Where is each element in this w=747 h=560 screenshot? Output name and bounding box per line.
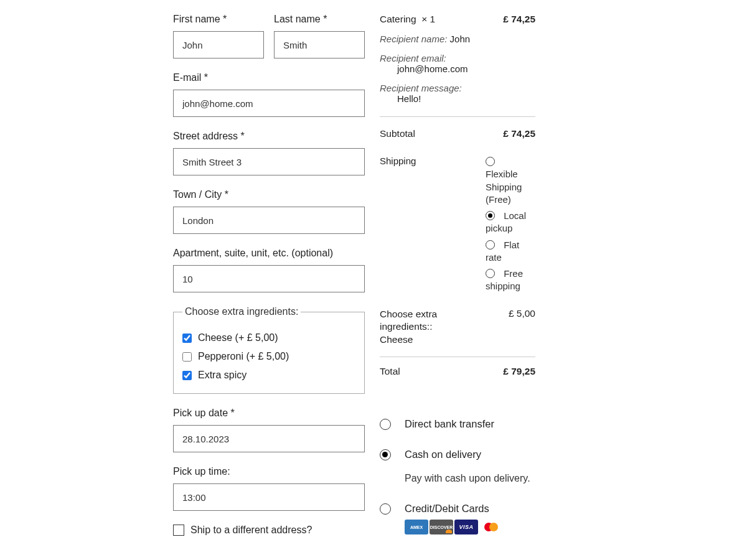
card-logos: AMEX DISCOVER VISA [405, 520, 503, 534]
shipping-label: Shipping [380, 156, 416, 166]
street-input[interactable] [173, 148, 365, 175]
visa-icon: VISA [454, 520, 478, 534]
city-input[interactable] [173, 207, 365, 234]
radio-icon[interactable] [380, 503, 391, 515]
last-name-label: Last name [274, 14, 365, 25]
amex-icon: AMEX [405, 520, 428, 534]
recipient-name-label: Recipient name: [380, 34, 447, 44]
extra-option-cheese[interactable]: Cheese (+ £ 5,00) [182, 326, 355, 345]
extra-option-pepperoni[interactable]: Pepperoni (+ £ 5,00) [182, 345, 355, 363]
shipping-option[interactable]: Flexible Shipping (Free) [486, 156, 535, 206]
radio-icon[interactable] [486, 157, 495, 166]
mastercard-icon [479, 520, 503, 534]
extras-fieldset: Choose extra ingredients: Cheese (+ £ 5,… [173, 306, 365, 394]
street-label: Street address [173, 131, 365, 142]
radio-icon[interactable] [486, 211, 495, 220]
extras-summary-price: £ 5,00 [509, 308, 535, 319]
recipient-name-value: John [450, 34, 471, 44]
extra-option-spicy[interactable]: Extra spicy [182, 363, 355, 382]
extras-legend: Choose extra ingredients: [182, 306, 301, 317]
extras-summary-label: Choose extra ingredients:: Cheese [380, 308, 467, 347]
recipient-msg-label: Recipient message: [380, 83, 535, 93]
shipping-option[interactable]: Local pickup [486, 210, 535, 235]
payment-option-bank[interactable]: Direct bank transfer [380, 418, 535, 430]
shipping-option[interactable]: Free shipping [486, 268, 535, 293]
first-name-label: First name [173, 14, 264, 25]
recipient-email-label: Recipient email: [380, 53, 535, 63]
payment-option-card[interactable]: Credit/Debit Cards AMEX DISCOVER VISA [380, 503, 535, 534]
first-name-input[interactable] [173, 31, 264, 58]
shipping-option[interactable]: Flat rate [486, 239, 535, 264]
checkbox-icon[interactable] [173, 525, 184, 536]
summary-item-price: £ 74,25 [503, 14, 535, 25]
radio-icon[interactable] [380, 419, 391, 430]
apt-input[interactable] [173, 265, 365, 292]
extra-checkbox[interactable] [182, 352, 192, 362]
apt-label: Apartment, suite, unit, etc. (optional) [173, 248, 365, 259]
extra-checkbox[interactable] [182, 334, 192, 343]
order-summary: Catering × 1 £ 74,25 Recipient name: Joh… [380, 14, 535, 536]
radio-icon[interactable] [486, 240, 495, 250]
pickup-date-input[interactable] [173, 425, 365, 452]
recipient-msg-value: Hello! [380, 93, 535, 104]
payment-option-cod[interactable]: Cash on delivery Pay with cash upon deli… [380, 449, 535, 484]
last-name-input[interactable] [274, 31, 365, 58]
pickup-time-input[interactable] [173, 483, 365, 511]
email-input[interactable] [173, 90, 365, 117]
subtotal-value: £ 74,25 [503, 128, 535, 139]
shipping-options: Flexible Shipping (Free) Local pickup Fl… [486, 156, 535, 297]
total-label: Total [380, 366, 400, 377]
total-value: £ 79,25 [503, 366, 535, 377]
email-label: E-mail [173, 72, 365, 83]
summary-item-name: Catering × 1 [380, 14, 435, 25]
ship-different-checkbox[interactable]: Ship to a different address? [173, 525, 365, 536]
recipient-email-value: john@home.com [380, 63, 535, 74]
radio-icon[interactable] [486, 269, 495, 278]
payment-methods: Direct bank transfer Cash on delivery Pa… [380, 418, 535, 534]
city-label: Town / City [173, 189, 365, 200]
pickup-time-label: Pick up time: [173, 466, 365, 477]
subtotal-label: Subtotal [380, 128, 415, 139]
extra-checkbox[interactable] [182, 371, 192, 380]
billing-form: First name Last name E-mail Street addre… [173, 14, 365, 536]
radio-icon[interactable] [380, 449, 391, 460]
pickup-date-label: Pick up date [173, 408, 365, 419]
payment-desc: Pay with cash upon delivery. [405, 473, 530, 484]
discover-icon: DISCOVER [430, 520, 453, 534]
